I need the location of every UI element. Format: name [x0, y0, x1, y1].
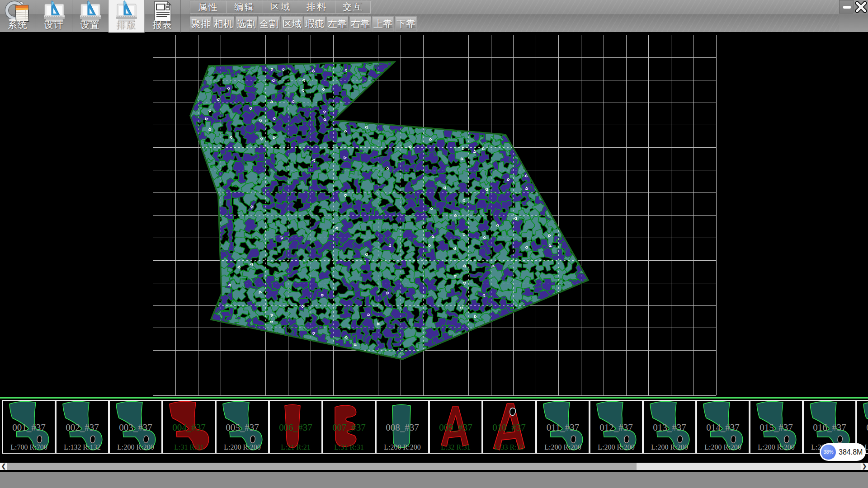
- svg-text:L:31 R:31: L:31 R:31: [174, 443, 203, 451]
- svg-text:L:200 R:200: L:200 R:200: [117, 443, 154, 451]
- svg-text:L:700 R:700: L:700 R:700: [10, 443, 47, 451]
- svg-text:006_#37: 006_#37: [279, 422, 312, 433]
- svg-text:009_#37: 009_#37: [439, 422, 472, 433]
- svg-text:L:200 R:200: L:200 R:200: [224, 443, 260, 451]
- svg-text:L:200 R:200: L:200 R:200: [544, 443, 581, 451]
- svg-text:012_#37: 012_#37: [599, 422, 633, 433]
- svg-text:002_#37: 002_#37: [66, 422, 99, 433]
- svg-text:L:21 R:21: L:21 R:21: [281, 443, 310, 451]
- svg-text:L:33 R:33: L:33 R:33: [494, 443, 524, 451]
- svg-text:L:200 R:200: L:200 R:200: [598, 443, 634, 451]
- svg-text:013_#37: 013_#37: [653, 422, 686, 433]
- svg-text:016_#37: 016_#37: [813, 422, 846, 433]
- svg-text:L:200 R:200: L:200 R:200: [651, 443, 688, 451]
- svg-text:001_#37: 001_#37: [12, 422, 46, 433]
- svg-text:005_#37: 005_#37: [226, 422, 259, 433]
- svg-text:017_#37: 017_#37: [866, 422, 868, 433]
- svg-text:L:31 R:31: L:31 R:31: [334, 443, 363, 451]
- svg-text:L:132 R:132: L:132 R:132: [64, 443, 100, 451]
- svg-text:L:200 R:200: L:200 R:200: [384, 443, 420, 451]
- svg-text:004_#37: 004_#37: [172, 422, 206, 433]
- svg-text:008_#37: 008_#37: [386, 422, 419, 433]
- svg-text:015_#37: 015_#37: [760, 422, 793, 433]
- svg-text:014_#37: 014_#37: [706, 422, 740, 433]
- svg-text:L:200 R:200: L:200 R:200: [758, 443, 794, 451]
- svg-text:L:32 R:31: L:32 R:31: [441, 443, 470, 451]
- svg-text:011_#37: 011_#37: [547, 422, 580, 433]
- svg-text:010_#37: 010_#37: [492, 422, 526, 433]
- svg-text:L:200 R:200: L:200 R:200: [704, 443, 741, 451]
- svg-text:007_#37: 007_#37: [332, 422, 366, 433]
- svg-text:003_#37: 003_#37: [119, 422, 152, 433]
